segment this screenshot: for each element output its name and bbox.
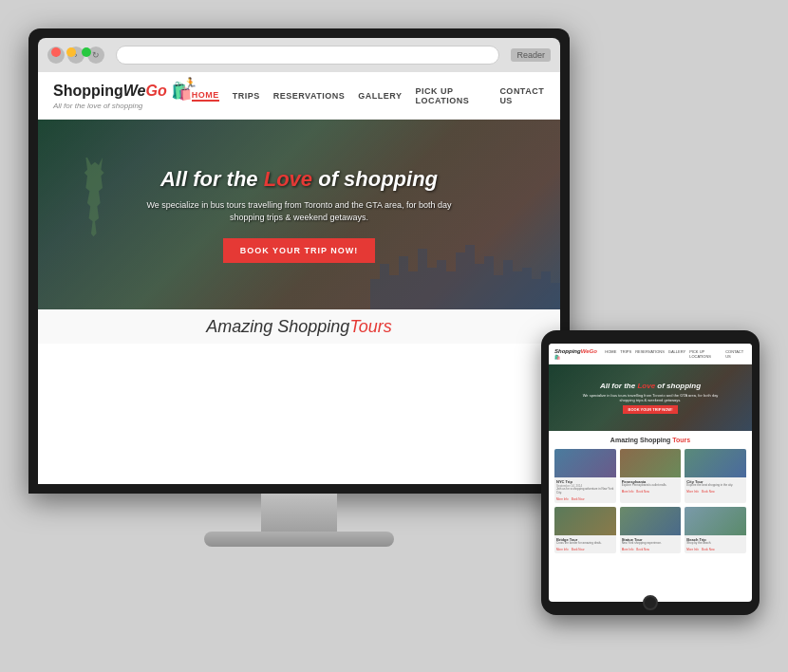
tablet-nav-home[interactable]: HOME xyxy=(605,349,616,359)
traffic-lights xyxy=(51,47,91,57)
scene: ‹ › ↻ Reader ShoppingWeGo xyxy=(0,0,788,672)
list-item: Statue Tour New York shopping experience… xyxy=(620,507,682,553)
website-content: ShoppingWeGo 🛍️ 🏃 All for the love of sh… xyxy=(38,72,560,484)
card-text: City Tour Explore the best shopping in t… xyxy=(685,477,746,495)
nav-link-pickup[interactable]: PICK UP LOCATIONS xyxy=(415,86,486,105)
card-more-link[interactable]: More Info xyxy=(556,548,569,551)
card-desc: Join us for a shopping adventure in New … xyxy=(556,488,614,495)
card-desc: New York shopping experience. xyxy=(622,542,680,546)
tablet-screen: ShoppingWeGo 🛍️ HOME TRIPS RESERVATIONS … xyxy=(549,344,752,602)
card-text: Statue Tour New York shopping experience… xyxy=(620,535,682,553)
stand-neck xyxy=(261,494,337,532)
tablet-nav-pickup[interactable]: PICK UP LOCATIONS xyxy=(689,349,722,359)
hero-section: All for the Love of shopping We speciali… xyxy=(38,120,560,309)
card-links: More Info Book Now xyxy=(622,548,680,551)
hero-skyline xyxy=(370,233,560,309)
nav-link-home[interactable]: HOME xyxy=(192,90,219,102)
card-image-penn xyxy=(620,449,682,477)
card-image-bridge xyxy=(554,507,616,535)
reader-button[interactable]: Reader xyxy=(511,48,551,62)
list-item: Pennsylvania Explore Pennsylvania's outl… xyxy=(620,449,682,503)
tablet-hero-subtitle: We specialize in bus tours travelling fr… xyxy=(574,393,726,402)
card-book-link[interactable]: Book Now xyxy=(636,490,649,494)
nav-link-contact[interactable]: CONTACT US xyxy=(499,86,545,105)
card-image-statue xyxy=(620,507,682,535)
card-more-link[interactable]: More Info xyxy=(686,490,699,494)
tablet-nav: ShoppingWeGo 🛍️ HOME TRIPS RESERVATIONS … xyxy=(549,344,752,364)
traffic-light-green[interactable] xyxy=(82,47,91,57)
card-desc: Cross the border for amazing deals. xyxy=(556,542,614,546)
logo-figure-icon: 🏃 xyxy=(183,77,197,90)
tablet-content: Amazing Shopping Tours NYC Trip Septembe… xyxy=(549,431,752,559)
nav-link-reservations[interactable]: RESERVATIONS xyxy=(273,91,346,101)
tablet-section-title: Amazing Shopping Tours xyxy=(554,437,746,443)
card-more-link[interactable]: More Info xyxy=(622,548,634,551)
card-book-link[interactable]: Book Now xyxy=(702,490,715,494)
monitor-stand xyxy=(28,494,570,547)
card-text: NYC Trip September 14, 2014 Join us for … xyxy=(554,477,616,503)
tablet: ShoppingWeGo 🛍️ HOME TRIPS RESERVATIONS … xyxy=(541,330,760,615)
card-links: More Info Book Now xyxy=(686,490,744,494)
tablet-hero-title: All for the Love of shopping xyxy=(600,382,701,390)
card-book-link[interactable]: Book Now xyxy=(636,548,649,551)
stand-base xyxy=(204,532,394,547)
list-item: NYC Trip September 14, 2014 Join us for … xyxy=(554,449,616,503)
card-text: Beach Trip Shop by the beach. More Info … xyxy=(685,535,746,553)
site-nav: ShoppingWeGo 🛍️ 🏃 All for the love of sh… xyxy=(38,72,560,120)
logo-brand: ShoppingWeGo xyxy=(53,84,167,99)
card-desc: Shop by the beach. xyxy=(686,542,744,546)
card-image-nyc xyxy=(554,449,616,477)
hero-title: All for the Love of shopping xyxy=(160,167,438,192)
tablet-home-button[interactable] xyxy=(643,595,658,610)
card-links: More Info Book Now xyxy=(556,548,614,551)
tablet-nav-gallery[interactable]: GALLERY xyxy=(668,349,685,359)
below-hero: Amazing Shopping Tours xyxy=(38,309,560,344)
card-text: Bridge Tour Cross the border for amazing… xyxy=(554,535,616,553)
nav-link-gallery[interactable]: GALLERY xyxy=(358,91,402,101)
hero-subtitle: We specialize in bus tours travelling fr… xyxy=(138,199,460,225)
card-image-city xyxy=(685,449,746,477)
traffic-light-yellow[interactable] xyxy=(66,47,76,57)
card-desc: Explore the best shopping in the city. xyxy=(686,484,744,488)
card-links: More Info Book Now xyxy=(622,490,680,494)
book-trip-button[interactable]: BOOK YOUR TRIP NOW! xyxy=(223,238,376,263)
list-item: City Tour Explore the best shopping in t… xyxy=(685,449,746,503)
monitor-bezel: ‹ › ↻ Reader ShoppingWeGo xyxy=(38,38,560,484)
tablet-nav-links: HOME TRIPS RESERVATIONS GALLERY PICK UP … xyxy=(605,349,746,359)
card-text: Pennsylvania Explore Pennsylvania's outl… xyxy=(620,477,682,495)
tablet-card-grid: NYC Trip September 14, 2014 Join us for … xyxy=(554,449,746,553)
browser-chrome: ‹ › ↻ Reader xyxy=(38,38,560,72)
tablet-hero: All for the Love of shopping We speciali… xyxy=(549,364,752,431)
monitor: ‹ › ↻ Reader ShoppingWeGo xyxy=(28,28,570,588)
list-item: Beach Trip Shop by the beach. More Info … xyxy=(685,507,746,553)
tablet-nav-trips[interactable]: TRIPS xyxy=(620,349,631,359)
list-item: Bridge Tour Cross the border for amazing… xyxy=(554,507,616,553)
card-desc: Explore Pennsylvania's outlet malls. xyxy=(622,484,680,488)
card-more-link[interactable]: More Info xyxy=(622,490,634,494)
address-bar[interactable] xyxy=(116,46,499,65)
tablet-book-button[interactable]: BOOK YOUR TRIP NOW! xyxy=(623,405,679,414)
tablet-logo: ShoppingWeGo 🛍️ xyxy=(554,348,601,360)
nav-links: HOME TRIPS RESERVATIONS GALLERY PICK UP … xyxy=(192,86,545,105)
tablet-frame: ShoppingWeGo 🛍️ HOME TRIPS RESERVATIONS … xyxy=(541,330,760,615)
monitor-frame: ‹ › ↻ Reader ShoppingWeGo xyxy=(28,28,570,494)
card-book-link[interactable]: Book Now xyxy=(572,497,585,501)
card-links: More Info Book Now xyxy=(686,548,744,551)
card-more-link[interactable]: More Info xyxy=(556,497,569,501)
logo-tagline: All for the love of shopping xyxy=(53,102,192,110)
tablet-nav-reservations[interactable]: RESERVATIONS xyxy=(635,349,665,359)
tablet-nav-contact[interactable]: CONTACT US xyxy=(725,349,746,359)
site-logo: ShoppingWeGo 🛍️ 🏃 All for the love of sh… xyxy=(53,81,192,110)
traffic-light-red[interactable] xyxy=(51,47,61,57)
card-links: More Info Book Now xyxy=(556,497,614,501)
card-book-link[interactable]: Book Now xyxy=(702,548,715,551)
card-book-link[interactable]: Book Now xyxy=(572,548,585,551)
nav-link-trips[interactable]: TRIPS xyxy=(233,91,260,101)
card-image-beach xyxy=(685,507,746,535)
card-more-link[interactable]: More Info xyxy=(686,548,699,551)
